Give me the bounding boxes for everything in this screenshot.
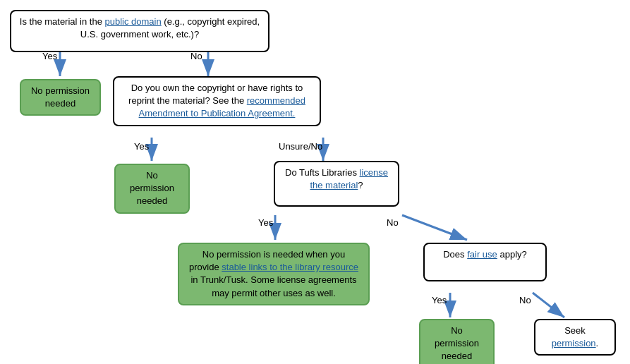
no-permission-stable-node: No permission is needed when you provide… xyxy=(178,243,370,305)
yes-label-3: Yes xyxy=(258,217,273,228)
seek-permission-text-before: Seek xyxy=(564,325,586,336)
permission-link[interactable]: permission xyxy=(552,338,596,348)
unsure-no-label: Unsure/No xyxy=(279,141,322,152)
no-permission-node-1: No permission needed xyxy=(20,79,101,116)
fair-use-link[interactable]: fair use xyxy=(467,249,497,260)
license-text-before: Do Tufts Libraries xyxy=(285,167,360,178)
stable-links-link[interactable]: stable links to the library resource xyxy=(222,262,358,272)
public-domain-question: Is the material in the public domain (e.… xyxy=(10,10,269,52)
public-domain-link[interactable]: public domain xyxy=(104,16,161,27)
fair-use-text-after: apply? xyxy=(497,249,527,260)
seek-permission-node: Seek permission. xyxy=(534,319,616,356)
no-label-1: No xyxy=(190,51,202,61)
yes-label-4: Yes xyxy=(432,295,447,305)
no-label-4: No xyxy=(519,295,531,305)
fair-use-text-before: Does xyxy=(443,249,467,260)
fair-use-question: Does fair use apply? xyxy=(423,243,547,281)
no-permission-label-2: No permission needed xyxy=(130,170,174,206)
public-domain-text-before: Is the material in the xyxy=(20,16,105,27)
svg-line-6 xyxy=(402,215,467,240)
yes-label-1: Yes xyxy=(42,51,57,61)
seek-permission-text-after: . xyxy=(596,338,599,348)
yes-label-2: Yes xyxy=(134,141,149,152)
no-permission-node-3: No permission needed xyxy=(419,319,495,364)
license-question: Do Tufts Libraries license the material? xyxy=(274,161,399,207)
license-text-after: ? xyxy=(358,180,363,190)
no-permission-label-3: No permission needed xyxy=(435,325,479,361)
no-permission-node-2: No permission needed xyxy=(114,164,190,214)
no-permission-label-1: No permission needed xyxy=(31,85,90,109)
no-label-3: No xyxy=(387,217,399,228)
svg-line-8 xyxy=(533,293,564,317)
stable-text-after: in Trunk/Tusk. Some license agreements m… xyxy=(190,274,356,298)
copyright-question: Do you own the copyright or have rights … xyxy=(113,76,321,126)
